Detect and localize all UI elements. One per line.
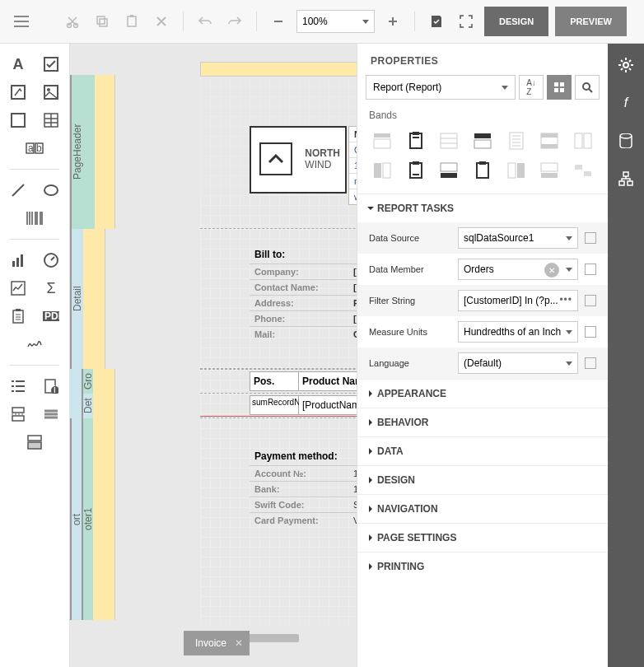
subreport-tool[interactable] — [22, 430, 47, 455]
undo-icon[interactable] — [194, 10, 217, 33]
groupfooter-band[interactable]: Payment method: Account №:123-45-6789 Ba… — [200, 418, 357, 624]
sparkline-tool[interactable] — [6, 276, 30, 301]
band-type-2[interactable] — [403, 129, 430, 152]
band-type-12[interactable] — [502, 159, 530, 182]
table-tool[interactable] — [39, 108, 63, 133]
gauge-tool[interactable] — [39, 248, 63, 273]
band-type-1[interactable] — [369, 129, 396, 152]
cut-icon[interactable] — [61, 10, 84, 33]
crossband-tool[interactable] — [39, 402, 63, 427]
company-info-table[interactable]: Northwind Trad One Portals Wa 1-206-555-… — [348, 126, 357, 205]
svg-rect-68 — [623, 172, 628, 176]
search-props-button[interactable] — [575, 75, 600, 100]
validate-icon[interactable] — [425, 10, 448, 33]
data-rail-icon[interactable] — [616, 131, 636, 151]
language-field[interactable]: (Default) — [458, 352, 578, 374]
band-type-3[interactable] — [436, 129, 463, 152]
tab-invoice[interactable]: Invoice✕ — [184, 631, 250, 655]
band-type-5[interactable] — [502, 129, 530, 152]
menu-icon[interactable] — [10, 10, 33, 33]
pageinfo-tool[interactable]: i — [39, 374, 63, 399]
pdf-tool[interactable]: PDF — [39, 304, 63, 329]
preview-button[interactable]: PREVIEW — [555, 7, 627, 36]
toc-tool[interactable] — [6, 374, 30, 399]
design-canvas[interactable]: PageHeader Detail Gro Det ort oter1 — [70, 44, 357, 667]
paste-icon[interactable] — [120, 10, 143, 33]
detail-band[interactable]: Bill to: Company:[CompanyNam Contact Nam… — [200, 229, 357, 369]
copy-icon[interactable] — [91, 10, 114, 33]
section-navigation[interactable]: NAVIGATION — [357, 494, 608, 523]
data-member-field[interactable]: Orders✕ — [458, 259, 578, 280]
svg-rect-56 — [441, 173, 457, 178]
clipboard-tool[interactable] — [6, 304, 30, 329]
shape-tool[interactable] — [39, 178, 63, 203]
explorer-rail-icon[interactable] — [616, 169, 636, 189]
band-label-pageheader: PageHeader — [72, 75, 95, 229]
data-member-reset[interactable] — [585, 264, 596, 275]
section-printing[interactable]: PRINTING — [357, 552, 608, 581]
element-selector[interactable]: Report (Report) — [366, 75, 516, 100]
label-tool[interactable]: A — [6, 52, 30, 77]
pageheader-band[interactable]: NORTHWIND Northwind Trad One Portals Wa … — [200, 77, 357, 229]
svg-text:i: i — [54, 384, 56, 394]
chart-tool[interactable] — [6, 248, 30, 273]
expressions-rail-icon[interactable]: f — [616, 93, 636, 113]
band-type-6[interactable] — [536, 129, 563, 152]
data-source-field[interactable]: sqlDataSource1 — [458, 227, 578, 249]
detailrow-band[interactable]: sumRecordNumber[ProductName] — [200, 394, 357, 418]
svg-rect-30 — [28, 436, 41, 441]
groupheader-band[interactable]: Pos.Product Name — [200, 369, 357, 394]
panel-tool[interactable] — [6, 108, 30, 133]
band-type-11[interactable] — [469, 159, 497, 182]
section-page-settings[interactable]: PAGE SETTINGS — [357, 523, 608, 552]
richtext-tool[interactable] — [6, 80, 30, 105]
svg-rect-57 — [441, 163, 457, 171]
line-tool[interactable] — [6, 178, 30, 203]
measure-units-reset[interactable] — [585, 326, 596, 338]
sigma-tool[interactable]: Σ — [39, 276, 63, 301]
data-source-reset[interactable] — [585, 232, 596, 244]
zoom-select[interactable]: 100% — [296, 10, 375, 33]
checkbox-tool[interactable] — [39, 52, 63, 77]
band-type-10[interactable] — [436, 159, 463, 182]
close-tab-icon[interactable]: ✕ — [235, 637, 243, 649]
character-comb-tool[interactable]: a b — [22, 136, 47, 161]
svg-rect-64 — [575, 165, 582, 170]
section-report-tasks[interactable]: REPORT TASKS — [357, 194, 608, 222]
barcode-tool[interactable] — [22, 206, 47, 231]
band-type-13[interactable] — [536, 159, 563, 182]
zoom-out-icon[interactable] — [267, 10, 290, 33]
band-type-4[interactable] — [469, 129, 497, 152]
band-type-8[interactable] — [369, 159, 396, 182]
design-button[interactable]: DESIGN — [484, 7, 548, 36]
categorize-button[interactable] — [547, 75, 572, 100]
section-appearance[interactable]: APPEARANCE — [357, 379, 608, 408]
fullscreen-icon[interactable] — [455, 10, 478, 33]
band-type-7[interactable] — [569, 129, 596, 152]
redo-icon[interactable] — [223, 10, 246, 33]
band-type-9[interactable] — [403, 159, 430, 182]
measure-units-field[interactable]: Hundredths of an Inch — [458, 321, 578, 343]
svg-rect-7 — [12, 86, 25, 99]
picture-tool[interactable] — [39, 80, 63, 105]
filter-string-reset[interactable] — [585, 295, 596, 306]
section-design[interactable]: DESIGN — [357, 465, 608, 494]
billto-table[interactable]: Bill to: Company:[CompanyNam Contact Nam… — [250, 245, 357, 342]
filter-string-field[interactable]: [CustomerID] In (?p...••• — [458, 290, 578, 311]
delete-icon[interactable] — [150, 10, 173, 33]
payment-table[interactable]: Payment method: Account №:123-45-6789 Ba… — [250, 447, 357, 528]
clear-data-member-icon[interactable]: ✕ — [544, 263, 559, 278]
section-data[interactable]: DATA — [357, 436, 608, 465]
settings-rail-icon[interactable] — [616, 55, 636, 75]
zoom-in-icon[interactable] — [381, 10, 404, 33]
band-type-14[interactable] — [569, 159, 596, 182]
pagebreak-tool[interactable] — [6, 402, 30, 427]
svg-rect-65 — [584, 171, 591, 176]
bands-palette — [357, 129, 608, 194]
language-reset[interactable] — [585, 357, 596, 369]
sort-button[interactable]: A↓Z — [519, 75, 544, 100]
svg-text:a b: a b — [28, 142, 42, 154]
logo-image[interactable]: NORTHWIND — [250, 126, 347, 194]
section-behavior[interactable]: BEHAVIOR — [357, 408, 608, 436]
signature-tool[interactable] — [22, 332, 47, 357]
